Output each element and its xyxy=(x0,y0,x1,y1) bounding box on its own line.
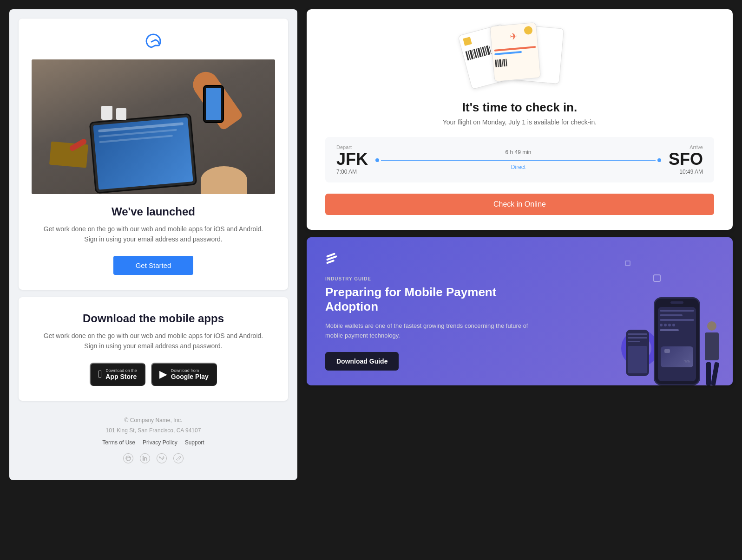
flight-subtitle: Your flight on Monday, July 1 is availab… xyxy=(325,118,714,126)
download-guide-button[interactable]: Download Guide xyxy=(325,352,399,371)
check-in-button[interactable]: Check in Online xyxy=(325,194,714,215)
segment-logo-icon xyxy=(325,252,342,269)
right-panel: ✈ xyxy=(307,9,733,385)
depart-airport: Depart JFK 7:00 AM xyxy=(336,144,368,175)
person-leg-left xyxy=(706,362,711,385)
cup2-decoration xyxy=(116,108,126,120)
gitlab-icon[interactable] xyxy=(157,453,167,463)
depart-dot xyxy=(375,158,379,162)
person-legs xyxy=(706,362,717,385)
flight-title: It's time to check in. xyxy=(325,100,714,115)
deco-square-1 xyxy=(653,274,661,282)
boarding-pass-2: ✈ xyxy=(489,22,540,82)
phone-dot-3 xyxy=(668,324,671,326)
app-buttons-group:  Download on the App Store ▶ Download f… xyxy=(37,363,269,386)
cup1-decoration xyxy=(101,106,112,120)
apple-icon:  xyxy=(98,368,102,380)
guide-title: Preparing for Mobile Payment Adoption xyxy=(325,285,539,314)
email-subtitle-1: Get work done on the go with our web and… xyxy=(37,224,269,245)
google-play-icon: ▶ xyxy=(159,368,167,380)
get-started-button[interactable]: Get Started xyxy=(113,256,194,275)
guide-content: INDUSTRY GUIDE Preparing for Mobile Paym… xyxy=(325,252,539,371)
app-store-button[interactable]:  Download on the App Store xyxy=(90,363,145,386)
small-phone-mockup xyxy=(626,330,649,376)
guide-logo xyxy=(325,252,539,271)
depart-code: JFK xyxy=(336,151,368,168)
svg-rect-1 xyxy=(143,457,144,461)
flight-type: Direct xyxy=(375,164,661,170)
depart-time: 7:00 AM xyxy=(336,169,368,175)
person-head xyxy=(707,321,716,331)
arrive-dot xyxy=(657,158,661,162)
email-title-2: Download the mobile apps xyxy=(37,312,269,325)
arrive-time: 10:49 AM xyxy=(669,169,703,175)
guide-description: Mobile wallets are one of the fastest gr… xyxy=(325,321,539,341)
logo-area xyxy=(19,19,288,59)
phone-dot-4 xyxy=(672,324,675,326)
left-panel: We've launched Get work done on the go w… xyxy=(9,9,297,480)
email-title-1: We've launched xyxy=(37,205,269,218)
footer-support-link[interactable]: Support xyxy=(185,438,204,448)
social-icons-group xyxy=(26,453,281,463)
phone-dots xyxy=(660,324,694,326)
person-figure xyxy=(705,321,719,385)
deco-square-2 xyxy=(625,260,630,266)
dribbble-icon[interactable] xyxy=(123,453,133,463)
app-store-text: Download on the App Store xyxy=(105,368,137,381)
footer-company: © Company Name, Inc. xyxy=(26,416,281,426)
email-footer: © Company Name, Inc. 101 King St, San Fr… xyxy=(19,408,288,471)
credit-card-sim: ≡≡ xyxy=(661,346,693,367)
arrive-code: SFO xyxy=(669,151,703,168)
email-body-1: We've launched Get work done on the go w… xyxy=(19,194,288,290)
boarding-passes-illustration: ✈ xyxy=(325,24,714,89)
arrive-airport: Arrive SFO 10:49 AM xyxy=(669,144,703,175)
email-subtitle-2: Get work done on the go with our web and… xyxy=(37,331,269,352)
person-body xyxy=(705,332,719,360)
linkedin-icon[interactable] xyxy=(140,453,150,463)
svg-point-2 xyxy=(143,456,144,457)
hand-decoration xyxy=(201,166,247,194)
email-card-1: We've launched Get work done on the go w… xyxy=(19,19,288,290)
google-play-button[interactable]: ▶ Download from Google Play xyxy=(151,363,217,386)
flight-middle: 6 h 49 min Direct xyxy=(368,149,669,170)
flight-route: Depart JFK 7:00 AM 6 h 49 min Direct Arr… xyxy=(336,144,703,175)
phone-line-3 xyxy=(660,319,694,321)
guide-card: INDUSTRY GUIDE Preparing for Mobile Paym… xyxy=(307,237,733,385)
flight-card: ✈ xyxy=(307,9,733,230)
google-play-text: Download from Google Play xyxy=(171,368,209,381)
flight-connector xyxy=(381,160,656,161)
brand-logo xyxy=(142,30,164,52)
tablet-decoration xyxy=(89,113,197,194)
email-card-2: Download the mobile apps Get work done o… xyxy=(19,297,288,401)
person-leg-right xyxy=(711,362,720,385)
phone-dot-1 xyxy=(660,324,663,326)
guide-tag: INDUSTRY GUIDE xyxy=(325,276,539,281)
phone-line-4 xyxy=(660,329,679,331)
phone-illustration: ≡≡ xyxy=(626,297,719,385)
phone-line-2 xyxy=(660,314,683,316)
phone-dot-2 xyxy=(664,324,667,326)
main-phone-mockup: ≡≡ xyxy=(654,297,700,385)
twitter-icon[interactable] xyxy=(173,453,184,463)
flight-info-box: Depart JFK 7:00 AM 6 h 49 min Direct Arr… xyxy=(325,137,714,182)
flight-line xyxy=(375,158,661,162)
footer-address: 101 King St, San Francisco, CA 94107 xyxy=(26,426,281,436)
phone-screen: ≡≡ xyxy=(658,307,696,381)
phone-line-1 xyxy=(660,310,694,312)
flight-duration: 6 h 49 min xyxy=(375,149,661,156)
phone-decoration xyxy=(203,85,224,123)
hero-image xyxy=(32,59,275,194)
footer-links: Terms of Use Privacy Policy Support xyxy=(26,438,281,448)
footer-privacy-link[interactable]: Privacy Policy xyxy=(143,438,177,448)
footer-terms-link[interactable]: Terms of Use xyxy=(102,438,135,448)
